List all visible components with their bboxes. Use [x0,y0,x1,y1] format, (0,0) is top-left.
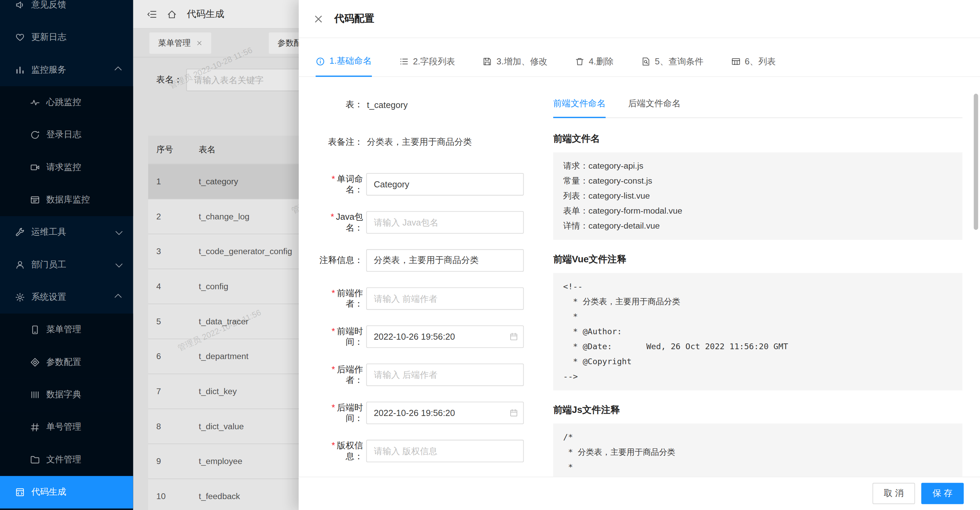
code-box-icon [15,487,25,497]
cancel-button[interactable]: 取 消 [873,483,915,504]
date-picker [366,325,523,348]
sidebar-item-heartbeat[interactable]: 心跳监控 [0,86,133,119]
sidebar-item-ops-group[interactable]: 运维工具 [0,216,133,248]
js-comment-code: /* * 分类表，主要用于商品分类 * * @Author: [553,423,963,476]
filename-line: 列表：category-list.vue [563,189,952,204]
form-row-word-name: 单词命名： [316,173,526,195]
field-label: 后端时间： [316,402,363,424]
field-label: 前端时间： [316,326,363,348]
sidebar-item-order-manage[interactable]: 单号管理 [0,411,133,443]
field-label: 版权信息： [316,440,363,462]
sidebar-item-label: 意见反馈 [31,0,67,11]
sidebar-item-label: 部门员工 [31,259,67,270]
java-package-input[interactable] [366,211,523,234]
sidebar-item-db-monitor[interactable]: 数据库监控 [0,184,133,216]
remark-value: 分类表，主要用于商品分类 [367,137,472,148]
sidebar-item-monitor-group[interactable]: 监控服务 [0,54,133,86]
filename-line: 详情：category-detail.vue [563,219,952,234]
pulse-icon [30,97,40,107]
sidebar-item-dept-group[interactable]: 部门员工 [0,249,133,281]
form-row-frontend-time: 前端时间： [316,325,526,348]
database-icon [30,195,40,205]
backend-time-input[interactable] [366,402,523,424]
save-button[interactable]: 保 存 [921,483,964,504]
tab-frontend-file-naming[interactable]: 前端文件命名 [553,98,606,118]
form-row-table: 表： t_category [316,98,526,112]
form-row-remark: 表备注： 分类表，主要用于商品分类 [316,136,526,149]
sidebar-item-request-monitor[interactable]: 请求监控 [0,151,133,184]
form-row-frontend-author: 前端作者： [316,287,526,310]
diamond-icon [30,357,40,367]
frontend-author-input[interactable] [366,287,523,310]
sidebar-item-label: 数据字典 [46,389,81,400]
sidebar-item-changelog[interactable]: 更新日志 [0,21,133,54]
word-name-input[interactable] [366,173,523,195]
drawer-close-icon[interactable] [313,14,323,24]
chevron-up-icon [115,67,122,73]
form-row-backend-time: 后端时间： [316,402,526,424]
drawer-header: 代码配置 [299,0,980,38]
table-grid-icon [731,57,740,67]
sidebar-item-param-config[interactable]: 参数配置 [0,346,133,378]
sidebar-item-file-manage[interactable]: 文件管理 [0,443,133,476]
user-icon [15,260,25,270]
code-config-drawer: 代码配置 1.基础命名 2.字段列表 3.增加、修改 4.删除 5、查询条件 [299,0,980,510]
filename-line: 表单：category-form-modal.vue [563,204,952,219]
step-basic-naming[interactable]: 1.基础命名 [316,56,372,77]
sidebar-item-label: 登录日志 [46,129,81,141]
step-delete[interactable]: 4.删除 [575,56,614,76]
calendar-icon[interactable] [509,408,518,417]
backend-author-input[interactable] [366,364,523,386]
sidebar-item-data-dict[interactable]: 数据字典 [0,378,133,411]
sidebar-item-code-gen[interactable]: 代码生成 [0,476,133,508]
filename-line: 请求：category-api.js [563,159,952,174]
sidebar-item-settings-group[interactable]: 系统设置 [0,281,133,313]
field-label: 单词命名： [316,173,363,195]
field-label: 表： [316,100,363,110]
calendar-icon[interactable] [509,332,518,341]
vue-comment-code: <!-- * 分类表，主要用于商品分类 * * @Author: * @Date… [553,273,963,391]
form-row-backend-author: 后端作者： [316,364,526,386]
step-list[interactable]: 6、列表 [731,56,776,76]
vue-comment-heading: 前端Vue文件注释 [553,253,963,265]
drawer-scrollbar[interactable] [974,94,978,230]
drawer-footer: 取 消 保 存 [299,476,980,510]
field-label: 表备注： [316,137,363,148]
sidebar-item-login-log[interactable]: 登录日志 [0,119,133,151]
hash-icon [30,422,40,432]
folder-icon [30,455,40,465]
bar-chart-icon [15,65,25,75]
step-label: 6、列表 [745,56,776,67]
frontend-filenames-box: 请求：category-api.js 常量：category-const.js … [553,152,963,240]
sidebar-item-feedback[interactable]: 意见反馈 [0,0,133,21]
comment-input[interactable] [366,249,523,272]
copyright-input[interactable] [366,440,523,462]
steps-bar: 1.基础命名 2.字段列表 3.增加、修改 4.删除 5、查询条件 6、列表 [299,38,980,77]
heart-icon [15,32,25,42]
gear-icon [15,292,25,302]
frontend-time-input[interactable] [366,325,523,348]
app-stage: 意见反馈 更新日志 监控服务 心跳监控 登录日志 请求监控 [0,0,980,510]
step-add-modify[interactable]: 3.增加、修改 [483,56,547,76]
sidebar-item-label: 参数配置 [46,357,81,368]
sidebar-item-label: 数据库监控 [46,194,90,205]
filename-line: 常量：category-const.js [563,174,952,189]
field-label: 注释信息： [316,255,363,266]
sidebar-item-label: 心跳监控 [46,97,81,108]
sidebar-item-label: 文件管理 [46,454,81,466]
tab-backend-file-naming[interactable]: 后端文件命名 [628,98,681,118]
mobile-icon [30,325,40,335]
step-query-conditions[interactable]: 5、查询条件 [641,56,703,76]
file-search-icon [641,57,651,67]
login-log-icon [30,130,40,140]
drawer-title: 代码配置 [334,12,374,25]
js-comment-heading: 前端Js文件注释 [553,404,963,416]
info-circle-icon [316,57,325,66]
tool-icon [15,227,25,237]
save-icon [483,57,492,67]
trash-icon [575,57,585,67]
sidebar-menu: 意见反馈 更新日志 监控服务 心跳监控 登录日志 请求监控 [0,0,133,508]
step-field-list[interactable]: 2.字段列表 [399,56,455,76]
sidebar-item-menu-manage[interactable]: 菜单管理 [0,313,133,346]
sidebar-item-label: 单号管理 [46,422,81,433]
